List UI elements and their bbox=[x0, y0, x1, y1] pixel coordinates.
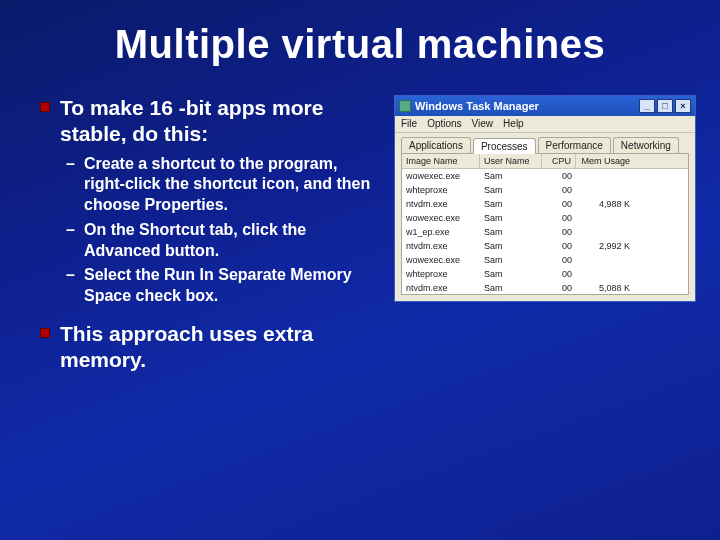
tab-processes[interactable]: Processes bbox=[473, 138, 536, 154]
cell-cpu: 00 bbox=[542, 267, 576, 281]
menu-view[interactable]: View bbox=[472, 118, 494, 129]
cell-image-name: wowexec.exe bbox=[402, 253, 480, 267]
cell-mem bbox=[576, 267, 634, 281]
cell-mem: 4,988 K bbox=[576, 197, 634, 211]
square-bullet-icon bbox=[40, 328, 50, 338]
table-row[interactable]: ntvdm.exeSam004,988 K bbox=[402, 197, 688, 211]
window-titlebar: Windows Task Manager _ □ × bbox=[395, 96, 695, 116]
dash-icon: – bbox=[66, 220, 78, 241]
cell-image-name: ntvdm.exe bbox=[402, 197, 480, 211]
maximize-button[interactable]: □ bbox=[657, 99, 673, 113]
cell-cpu: 00 bbox=[542, 225, 576, 239]
bullet-item-1: To make 16 -bit apps more stable, do thi… bbox=[40, 95, 382, 148]
bullet-text: This approach uses extra memory. bbox=[60, 321, 382, 374]
table-row[interactable]: whteproxeSam00 bbox=[402, 183, 688, 197]
cell-cpu: 00 bbox=[542, 211, 576, 225]
menu-bar: File Options View Help bbox=[395, 116, 695, 133]
sub-bullet-1: – Create a shortcut to the program, righ… bbox=[66, 154, 382, 216]
sub-bullet-text: On the Shortcut tab, click the Advanced … bbox=[84, 220, 382, 262]
cell-image-name: wowexec.exe bbox=[402, 169, 480, 183]
col-mem-usage[interactable]: Mem Usage bbox=[576, 154, 634, 168]
text-column: To make 16 -bit apps more stable, do thi… bbox=[40, 95, 394, 380]
sub-bullet-2: – On the Shortcut tab, click the Advance… bbox=[66, 220, 382, 262]
table-row[interactable]: ntvdm.exeSam005,088 K bbox=[402, 281, 688, 295]
tab-applications[interactable]: Applications bbox=[401, 137, 471, 153]
cell-mem bbox=[576, 183, 634, 197]
cell-user-name: Sam bbox=[480, 211, 542, 225]
process-list-pane: Image Name User Name CPU Mem Usage wowex… bbox=[401, 153, 689, 295]
col-user-name[interactable]: User Name bbox=[480, 154, 542, 168]
cell-cpu: 00 bbox=[542, 197, 576, 211]
tab-networking[interactable]: Networking bbox=[613, 137, 679, 153]
menu-help[interactable]: Help bbox=[503, 118, 524, 129]
table-row[interactable]: wowexec.exeSam00 bbox=[402, 253, 688, 267]
cell-image-name: whteproxe bbox=[402, 183, 480, 197]
bullet-text: To make 16 -bit apps more stable, do thi… bbox=[60, 95, 382, 148]
dash-icon: – bbox=[66, 265, 78, 286]
table-row[interactable]: wowexec.exeSam00 bbox=[402, 169, 688, 183]
cell-user-name: Sam bbox=[480, 183, 542, 197]
cell-cpu: 00 bbox=[542, 253, 576, 267]
cell-mem bbox=[576, 169, 634, 183]
table-row[interactable]: wowexec.exeSam00 bbox=[402, 211, 688, 225]
sub-bullet-text: Select the Run In Separate Memory Space … bbox=[84, 265, 382, 307]
col-image-name[interactable]: Image Name bbox=[402, 154, 480, 168]
square-bullet-icon bbox=[40, 102, 50, 112]
cell-user-name: Sam bbox=[480, 197, 542, 211]
sub-bullet-text: Create a shortcut to the program, right-… bbox=[84, 154, 382, 216]
cell-mem: 2,992 K bbox=[576, 239, 634, 253]
close-button[interactable]: × bbox=[675, 99, 691, 113]
sub-bullet-3: – Select the Run In Separate Memory Spac… bbox=[66, 265, 382, 307]
cell-cpu: 00 bbox=[542, 239, 576, 253]
cell-user-name: Sam bbox=[480, 253, 542, 267]
menu-file[interactable]: File bbox=[401, 118, 417, 129]
dash-icon: – bbox=[66, 154, 78, 175]
list-rows: wowexec.exeSam00whteproxeSam00ntvdm.exeS… bbox=[402, 169, 688, 295]
cell-user-name: Sam bbox=[480, 267, 542, 281]
cell-cpu: 00 bbox=[542, 281, 576, 295]
cell-mem bbox=[576, 211, 634, 225]
cell-cpu: 00 bbox=[542, 169, 576, 183]
task-manager-window: Windows Task Manager _ □ × File Options … bbox=[394, 95, 696, 302]
col-cpu[interactable]: CPU bbox=[542, 154, 576, 168]
minimize-button[interactable]: _ bbox=[639, 99, 655, 113]
task-manager-screenshot: Windows Task Manager _ □ × File Options … bbox=[394, 95, 696, 302]
menu-options[interactable]: Options bbox=[427, 118, 461, 129]
sub-bullet-list: – Create a shortcut to the program, righ… bbox=[66, 154, 382, 308]
cell-user-name: Sam bbox=[480, 225, 542, 239]
app-icon bbox=[399, 100, 411, 112]
cell-image-name: ntvdm.exe bbox=[402, 239, 480, 253]
cell-image-name: ntvdm.exe bbox=[402, 281, 480, 295]
cell-user-name: Sam bbox=[480, 281, 542, 295]
tab-performance[interactable]: Performance bbox=[538, 137, 611, 153]
cell-image-name: whteproxe bbox=[402, 267, 480, 281]
cell-mem bbox=[576, 253, 634, 267]
cell-mem bbox=[576, 225, 634, 239]
cell-user-name: Sam bbox=[480, 239, 542, 253]
table-row[interactable]: w1_ep.exeSam00 bbox=[402, 225, 688, 239]
cell-cpu: 00 bbox=[542, 183, 576, 197]
slide-title: Multiple virtual machines bbox=[0, 0, 720, 77]
slide-content: To make 16 -bit apps more stable, do thi… bbox=[0, 77, 720, 380]
table-row[interactable]: ntvdm.exeSam002,992 K bbox=[402, 239, 688, 253]
table-row[interactable]: whteproxeSam00 bbox=[402, 267, 688, 281]
cell-mem: 5,088 K bbox=[576, 281, 634, 295]
list-header: Image Name User Name CPU Mem Usage bbox=[402, 154, 688, 169]
tab-strip: Applications Processes Performance Netwo… bbox=[395, 133, 695, 153]
cell-image-name: w1_ep.exe bbox=[402, 225, 480, 239]
window-title: Windows Task Manager bbox=[415, 100, 637, 112]
cell-user-name: Sam bbox=[480, 169, 542, 183]
bullet-item-2: This approach uses extra memory. bbox=[40, 321, 382, 374]
cell-image-name: wowexec.exe bbox=[402, 211, 480, 225]
